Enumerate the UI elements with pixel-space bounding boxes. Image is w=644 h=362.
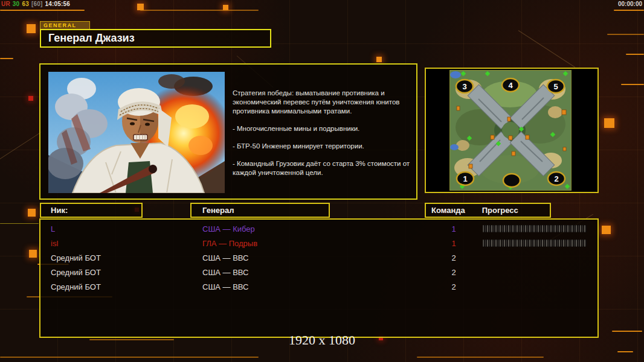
player-general: ГЛА — Подрыв <box>202 239 257 248</box>
page-title: Генерал Джазиз <box>48 32 135 45</box>
deco-diagonal <box>518 30 575 68</box>
header-nick-label: Ник: <box>51 206 68 215</box>
player-team: 2 <box>448 268 460 277</box>
deco-square <box>28 209 36 217</box>
player-table: L США — Кибер 1 isl ГЛА — Подрыв 1 Средн… <box>39 218 599 338</box>
minimap-panel: 3 4 5 1 2 <box>425 68 599 193</box>
player-nick: Средний БОТ <box>51 253 101 262</box>
general-info-panel: Стратегия победы: выматывание противника… <box>39 63 417 200</box>
deco-line <box>607 34 644 35</box>
debug-overlay: UR3063[60]14:05:56 <box>1 1 72 7</box>
svg-text:4: 4 <box>508 81 513 90</box>
header-team-label: Команда <box>431 206 465 215</box>
deco-line <box>417 357 544 358</box>
player-general: США — ВВС <box>202 253 249 262</box>
deco-square <box>604 118 614 128</box>
player-nick: isl <box>51 239 58 248</box>
svg-text:1: 1 <box>463 174 467 183</box>
player-row: isl ГЛА — Подрыв 1 <box>40 237 597 250</box>
player-general: США — Кибер <box>202 224 255 233</box>
player-team: 1 <box>448 239 460 248</box>
game-timer: 00:00:00 <box>618 1 642 7</box>
deco-line <box>140 10 259 11</box>
player-row: Средний БОТ США — ВВС 2 <box>40 281 597 294</box>
deco-line <box>0 223 39 224</box>
deco-line <box>0 10 85 11</box>
header-general-label: Генерал <box>202 206 234 215</box>
deco-line <box>612 331 642 332</box>
strategy-paragraph: - БТР-50 Инженер минирует территории. <box>233 142 413 151</box>
deco-line <box>614 10 644 11</box>
minimap: 3 4 5 1 2 <box>449 70 572 191</box>
player-progress-bar <box>483 225 587 232</box>
player-nick: L <box>51 224 55 233</box>
deco-square <box>28 96 33 101</box>
header-general: Генерал <box>190 203 330 218</box>
strategy-paragraph: - Многочисленные мины и подрывники. <box>233 124 413 133</box>
player-nick: Средний БОТ <box>51 268 101 277</box>
svg-text:2: 2 <box>554 174 558 183</box>
resolution-label: 1920 x 1080 <box>0 332 644 348</box>
debug-segment: 30 <box>13 1 20 7</box>
player-team: 2 <box>448 282 460 291</box>
debug-segment: 63 <box>22 1 29 7</box>
strategy-text: Стратегия победы: выматывание противника… <box>233 89 413 186</box>
player-progress-bar <box>483 240 587 247</box>
deco-square <box>602 226 611 234</box>
general-portrait <box>48 72 225 193</box>
player-general: США — ВВС <box>202 282 249 291</box>
header-nick: Ник: <box>40 203 143 218</box>
deco-square <box>27 24 36 33</box>
player-row: L США — Кибер 1 <box>40 223 597 236</box>
debug-segment: 14:05:56 <box>45 1 71 7</box>
portrait-illustration <box>48 72 225 193</box>
debug-segment: UR <box>1 1 10 7</box>
player-nick: Средний БОТ <box>51 282 101 291</box>
deco-line <box>0 357 259 358</box>
deco-line <box>626 54 644 55</box>
svg-text:5: 5 <box>553 82 558 91</box>
debug-segment: [60] <box>31 1 43 7</box>
deco-diagonal <box>0 132 42 162</box>
strategy-paragraph: Стратегия победы: выматывание противника… <box>233 89 413 116</box>
player-general: США — ВВС <box>202 268 249 277</box>
general-title-box: Генерал Джазиз <box>40 29 271 48</box>
header-progress-label: Прогресс <box>482 206 518 215</box>
player-team: 1 <box>448 224 460 233</box>
deco-line <box>0 58 13 59</box>
deco-line <box>617 351 633 352</box>
deco-square <box>29 250 37 258</box>
player-team: 2 <box>448 253 460 262</box>
svg-text:3: 3 <box>462 82 466 91</box>
deco-line <box>621 84 644 85</box>
player-row: Средний БОТ США — ВВС 2 <box>40 252 597 265</box>
strategy-paragraph: - Командный Грузовик даёт со старта 3% с… <box>233 159 413 177</box>
deco-square <box>376 57 382 62</box>
header-team-progress: Команда Прогресс <box>425 203 551 218</box>
player-row: Средний БОТ США — ВВС 2 <box>40 266 597 279</box>
